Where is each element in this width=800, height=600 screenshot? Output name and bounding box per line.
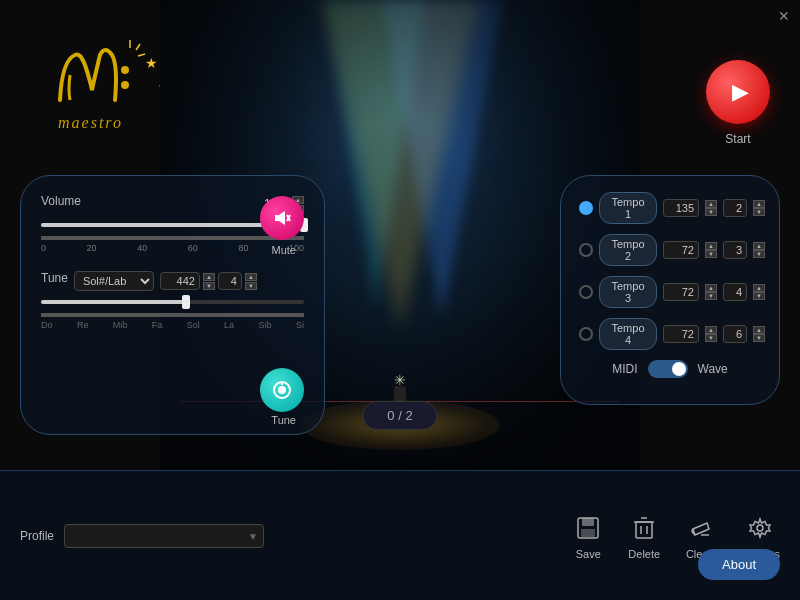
tempo-1-value[interactable] [663, 199, 699, 217]
tune-freq-down[interactable]: ▼ [203, 282, 215, 290]
tempo-2-up[interactable]: ▲ [705, 242, 717, 250]
delete-toolbar-item[interactable]: Delete [628, 512, 660, 560]
volume-tick-labels: 0 20 40 60 80 100 [41, 243, 304, 253]
tempo-2-down[interactable]: ▼ [705, 250, 717, 258]
tempo-2-div-up[interactable]: ▲ [753, 242, 765, 250]
start-button[interactable] [706, 60, 770, 124]
tempo-1-div[interactable] [723, 199, 747, 217]
save-label: Save [576, 548, 601, 560]
clean-icon [684, 512, 716, 544]
tune-freq-input[interactable] [160, 272, 200, 290]
right-panel: Tempo 1 ▲ ▼ ▲ ▼ Tempo 2 ▲ ▼ ▲ ▼ Tempo 3 [560, 175, 780, 405]
tempo-3-div-up[interactable]: ▲ [753, 284, 765, 292]
vol-tick-20: 20 [87, 243, 97, 253]
tempo-4-row: Tempo 4 ▲ ▼ ▲ ▼ [579, 318, 761, 350]
tune-octave-spinner[interactable]: ▲ ▼ [245, 273, 257, 290]
tune-freq-up[interactable]: ▲ [203, 273, 215, 281]
vol-tick-80: 80 [238, 243, 248, 253]
tempo-4-div-up[interactable]: ▲ [753, 326, 765, 334]
profile-dropdown-wrapper: ▼ [64, 524, 264, 548]
tempo-4-div[interactable] [723, 325, 747, 343]
tempo-1-div-down[interactable]: ▼ [753, 208, 765, 216]
tempo-2-value[interactable] [663, 241, 699, 259]
tempo-3-div-spinner[interactable]: ▲ ▼ [753, 284, 765, 300]
tune-oct-up[interactable]: ▲ [245, 273, 257, 281]
tune-track [41, 300, 304, 304]
tune-note-select[interactable]: Sol#/Lab Do Re [74, 271, 154, 291]
svg-point-12 [278, 386, 286, 394]
wave-label: Wave [698, 362, 728, 376]
svg-text:maestro: maestro [58, 114, 123, 131]
tempo-4-up[interactable]: ▲ [705, 326, 717, 334]
midi-wave-toggle[interactable] [648, 360, 688, 378]
tune-button[interactable] [260, 368, 304, 412]
note-fa: Fa [152, 320, 163, 330]
svg-line-6 [138, 54, 145, 56]
tempo-3-down[interactable]: ▼ [705, 292, 717, 300]
tempo-3-button[interactable]: Tempo 3 [599, 276, 657, 308]
profile-label: Profile [20, 529, 54, 543]
tempo-4-value[interactable] [663, 325, 699, 343]
tune-ticks [41, 313, 304, 319]
note-sib: Sib [259, 320, 272, 330]
midi-label: MIDI [612, 362, 637, 376]
tempo-4-spinner[interactable]: ▲ ▼ [705, 326, 717, 342]
note-labels: Do Re Mib Fa Sol La Sib Si [41, 320, 304, 330]
svg-point-2 [121, 66, 129, 74]
tune-octave-input[interactable] [218, 272, 242, 290]
tempo-4-radio[interactable] [579, 327, 593, 341]
vol-tick-0: 0 [41, 243, 46, 253]
tempo-4-div-down[interactable]: ▼ [753, 334, 765, 342]
close-button[interactable]: ✕ [778, 8, 790, 24]
left-panel: Volume 100 ▲ ▼ 0 20 40 60 80 100 [20, 175, 325, 435]
tempo-3-spinner[interactable]: ▲ ▼ [705, 284, 717, 300]
tempo-2-row: Tempo 2 ▲ ▼ ▲ ▼ [579, 234, 761, 266]
save-toolbar-item[interactable]: Save [572, 512, 604, 560]
tempo-1-div-spinner[interactable]: ▲ ▼ [753, 200, 765, 216]
svg-point-23 [757, 525, 763, 531]
about-button[interactable]: About [698, 549, 780, 580]
tune-fill [41, 300, 186, 304]
tempo-2-radio[interactable] [579, 243, 593, 257]
tune-row: Tune Sol#/Lab Do Re ▲ ▼ ▲ ▼ [41, 271, 304, 291]
tempo-1-div-up[interactable]: ▲ [753, 200, 765, 208]
tempo-4-down[interactable]: ▼ [705, 334, 717, 342]
tempo-4-button[interactable]: Tempo 4 [599, 318, 657, 350]
svg-point-3 [121, 81, 129, 89]
tempo-1-down[interactable]: ▼ [705, 208, 717, 216]
tune-freq-spinner[interactable]: ▲ ▼ [203, 273, 215, 290]
note-re: Re [77, 320, 89, 330]
tempo-2-button[interactable]: Tempo 2 [599, 234, 657, 266]
profile-select[interactable] [64, 524, 264, 548]
svg-text:★: ★ [145, 55, 158, 71]
tempo-1-button[interactable]: Tempo 1 [599, 192, 657, 224]
tempo-1-spinner[interactable]: ▲ ▼ [705, 200, 717, 216]
tempo-2-div-down[interactable]: ▼ [753, 250, 765, 258]
tempo-3-radio[interactable] [579, 285, 593, 299]
tempo-4-div-spinner[interactable]: ▲ ▼ [753, 326, 765, 342]
volume-ticks [41, 236, 304, 242]
vol-tick-60: 60 [188, 243, 198, 253]
tempo-1-up[interactable]: ▲ [705, 200, 717, 208]
svg-rect-8 [275, 215, 279, 221]
tempo-2-spinner[interactable]: ▲ ▼ [705, 242, 717, 258]
tempo-2-div-spinner[interactable]: ▲ ▼ [753, 242, 765, 258]
tempo-3-value[interactable] [663, 283, 699, 301]
mute-button[interactable] [260, 196, 304, 240]
tune-slider-container[interactable] [41, 295, 304, 309]
mute-label: Mute [272, 244, 296, 256]
tempo-1-radio[interactable] [579, 201, 593, 215]
tempo-3-up[interactable]: ▲ [705, 284, 717, 292]
tempo-2-div[interactable] [723, 241, 747, 259]
tune-oct-down[interactable]: ▼ [245, 282, 257, 290]
svg-rect-16 [581, 529, 595, 537]
tempo-3-div-down[interactable]: ▼ [753, 292, 765, 300]
tempo-3-div[interactable] [723, 283, 747, 301]
profile-section: Profile ▼ [20, 524, 552, 548]
tune-thumb[interactable] [182, 295, 190, 309]
tune-icon [271, 379, 293, 401]
tune-section: Tune Sol#/Lab Do Re ▲ ▼ ▲ ▼ [41, 271, 304, 330]
tempo-1-row: Tempo 1 ▲ ▼ ▲ ▼ [579, 192, 761, 224]
mute-icon [272, 208, 292, 228]
svg-rect-17 [636, 522, 652, 538]
